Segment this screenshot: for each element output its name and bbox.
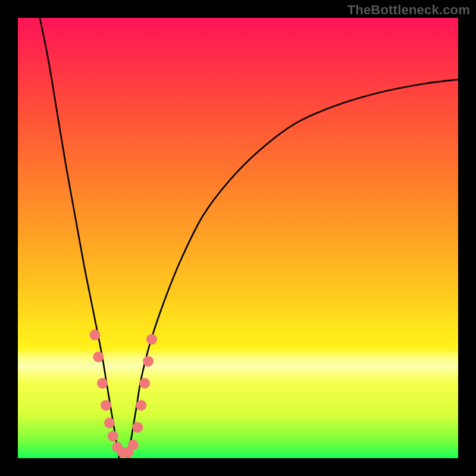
bead-marker <box>90 330 101 340</box>
bead-marker <box>139 378 150 389</box>
marker-group <box>90 330 157 458</box>
bead-marker <box>101 400 111 411</box>
bead-marker <box>146 334 157 345</box>
bead-marker <box>136 400 146 411</box>
bead-marker <box>128 440 139 450</box>
bead-marker <box>97 378 108 389</box>
bead-marker <box>143 356 154 367</box>
outer-frame: TheBottleneck.com <box>0 0 476 476</box>
bead-marker <box>93 352 104 362</box>
bead-marker <box>104 418 115 428</box>
plot-area <box>18 18 458 458</box>
bead-marker <box>132 422 143 433</box>
curve-group <box>40 18 458 458</box>
bead-marker <box>108 431 118 441</box>
plot-svg <box>18 18 458 458</box>
curve-left-branch <box>40 18 119 458</box>
watermark-text: TheBottleneck.com <box>347 2 470 18</box>
curve-right-branch <box>128 80 458 458</box>
